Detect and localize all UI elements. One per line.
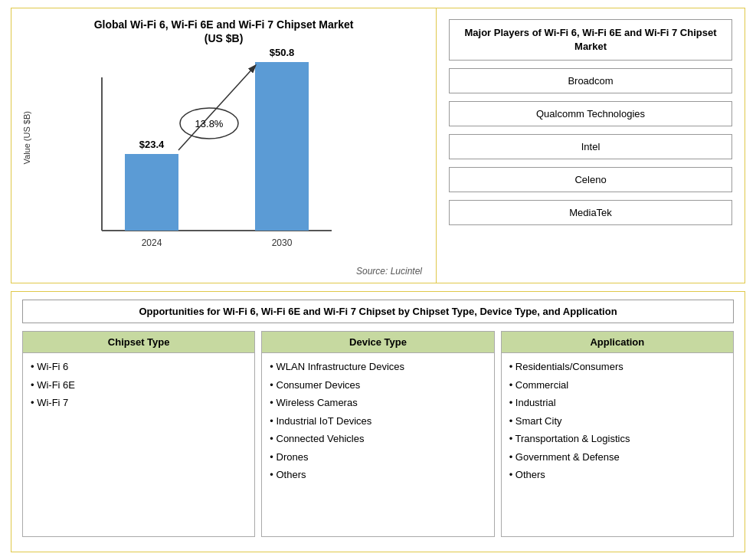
svg-text:$50.8: $50.8 bbox=[270, 47, 295, 58]
chipset-type-header: Chipset Type bbox=[23, 332, 254, 353]
svg-rect-2 bbox=[125, 154, 178, 231]
chipset-item-1: • Wi-Fi 6E bbox=[31, 378, 247, 393]
players-title: Major Players of Wi-Fi 6, Wi-Fi 6E and W… bbox=[449, 19, 732, 61]
chipset-type-column: Chipset Type • Wi-Fi 6 • Wi-Fi 6E • Wi-F… bbox=[22, 331, 255, 537]
device-item-3: • Industrial IoT Devices bbox=[270, 414, 486, 429]
app-item-5: • Government & Defense bbox=[509, 450, 725, 465]
svg-text:$23.4: $23.4 bbox=[139, 139, 165, 150]
columns-container: Chipset Type • Wi-Fi 6 • Wi-Fi 6E • Wi-F… bbox=[22, 331, 734, 537]
chipset-item-0: • Wi-Fi 6 bbox=[31, 359, 247, 375]
app-item-4: • Transportation & Logistics bbox=[509, 431, 725, 447]
chart-panel: Global Wi-Fi 6, Wi-Fi 6E and Wi-Fi 7 Chi… bbox=[11, 8, 437, 283]
device-item-4: • Connected Vehicles bbox=[270, 431, 486, 447]
application-body: • Residentials/Consumers • Commercial • … bbox=[502, 353, 733, 536]
opportunities-title: Opportunities for Wi-Fi 6, Wi-Fi 6E and … bbox=[22, 300, 734, 323]
y-axis-label: Value (US $B) bbox=[22, 111, 31, 165]
source-label: Source: Lucintel bbox=[356, 266, 430, 277]
device-type-column: Device Type • WLAN Infrastructure Device… bbox=[261, 331, 494, 537]
app-item-3: • Smart City bbox=[509, 414, 725, 429]
device-type-header: Device Type bbox=[262, 332, 493, 353]
application-column: Application • Residentials/Consumers • C… bbox=[501, 331, 734, 537]
device-item-2: • Wireless Cameras bbox=[270, 395, 486, 411]
svg-text:2030: 2030 bbox=[272, 237, 293, 248]
device-item-6: • Others bbox=[270, 467, 486, 483]
device-item-0: • WLAN Infrastructure Devices bbox=[270, 359, 486, 375]
app-item-1: • Commercial bbox=[509, 378, 725, 393]
svg-text:2024: 2024 bbox=[142, 237, 162, 248]
device-item-1: • Consumer Devices bbox=[270, 378, 486, 393]
app-item-2: • Industrial bbox=[509, 395, 725, 411]
player-mediatek: MediaTek bbox=[449, 200, 732, 225]
device-type-body: • WLAN Infrastructure Devices • Consumer… bbox=[262, 353, 493, 536]
player-qualcomm: Qualcomm Technologies bbox=[449, 101, 732, 126]
player-broadcom: Broadcom bbox=[449, 68, 732, 93]
app-item-6: • Others bbox=[509, 467, 725, 483]
chipset-item-2: • Wi-Fi 7 bbox=[31, 395, 247, 411]
major-players-panel: Major Players of Wi-Fi 6, Wi-Fi 6E and W… bbox=[437, 8, 745, 283]
svg-rect-5 bbox=[255, 62, 309, 231]
chipset-type-body: • Wi-Fi 6 • Wi-Fi 6E • Wi-Fi 7 bbox=[23, 353, 254, 536]
chart-title: Global Wi-Fi 6, Wi-Fi 6E and Wi-Fi 7 Chi… bbox=[93, 18, 354, 45]
opportunities-panel: Opportunities for Wi-Fi 6, Wi-Fi 6E and … bbox=[11, 291, 745, 552]
bar-chart-svg: $23.4 2024 $50.8 2030 13.8% bbox=[56, 62, 347, 261]
player-intel: Intel bbox=[449, 134, 732, 159]
app-item-0: • Residentials/Consumers bbox=[509, 359, 725, 375]
player-celeno: Celeno bbox=[449, 167, 732, 192]
application-header: Application bbox=[502, 332, 733, 353]
device-item-5: • Drones bbox=[270, 450, 486, 465]
